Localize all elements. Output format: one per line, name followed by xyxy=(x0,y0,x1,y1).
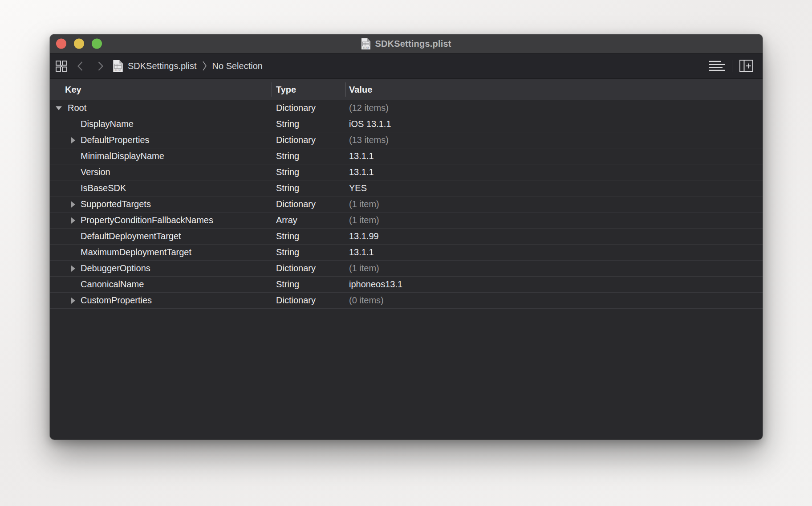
disclosure-triangle-icon[interactable] xyxy=(71,265,75,272)
table-row[interactable]: MinimalDisplayName String 13.1.1 xyxy=(50,148,763,164)
breadcrumb-selection[interactable]: No Selection xyxy=(212,61,263,71)
table-row[interactable]: Version String 13.1.1 xyxy=(50,164,763,180)
disclosure-triangle-icon[interactable] xyxy=(71,217,75,224)
row-type: Dictionary xyxy=(276,261,316,276)
row-key: Root xyxy=(68,100,86,115)
minimize-button[interactable] xyxy=(74,39,84,49)
column-divider[interactable] xyxy=(272,82,272,97)
row-value: iOS 13.1.1 xyxy=(349,116,391,131)
row-type: Dictionary xyxy=(276,100,316,115)
row-value: (13 items) xyxy=(349,132,389,147)
back-chevron-icon[interactable] xyxy=(77,61,83,71)
row-value: 13.1.1 xyxy=(349,164,374,180)
table-row[interactable]: MaximumDeploymentTarget String 13.1.1 xyxy=(50,245,763,261)
row-key: CustomProperties xyxy=(81,293,152,308)
plist-table-body: Root Dictionary (12 items) DisplayName S… xyxy=(50,100,763,309)
row-type: String xyxy=(276,245,299,260)
row-key: CanonicalName xyxy=(81,277,144,292)
zoom-button[interactable] xyxy=(92,39,102,49)
row-value: 13.1.99 xyxy=(349,229,379,244)
row-value: 13.1.1 xyxy=(349,148,374,163)
related-items-icon[interactable] xyxy=(56,61,67,72)
row-type: String xyxy=(276,164,299,180)
row-type: String xyxy=(276,277,299,292)
disclosure-triangle-icon[interactable] xyxy=(71,137,75,143)
row-key: MinimalDisplayName xyxy=(81,148,164,163)
row-value: (1 item) xyxy=(349,261,379,276)
breadcrumb-file[interactable]: SDKSettings.plist xyxy=(128,61,197,71)
row-key: SupportedTargets xyxy=(81,196,151,212)
table-row[interactable]: DefaultProperties Dictionary (13 items) xyxy=(50,132,763,148)
svg-text:PLIST: PLIST xyxy=(115,69,122,72)
table-row[interactable]: DebuggerOptions Dictionary (1 item) xyxy=(50,261,763,277)
row-type: String xyxy=(276,148,299,163)
plist-editor-window: PLIST SDKSettings.plist xyxy=(50,34,763,440)
table-row[interactable]: DisplayName String iOS 13.1.1 xyxy=(50,116,763,132)
row-type: String xyxy=(276,180,299,196)
row-value: YES xyxy=(349,180,367,196)
table-row[interactable]: PropertyConditionFallbackNames Array (1 … xyxy=(50,212,763,229)
row-type: Dictionary xyxy=(276,293,316,308)
row-value: (1 item) xyxy=(349,196,379,212)
forward-chevron-icon[interactable] xyxy=(97,61,104,71)
row-value: (12 items) xyxy=(349,100,389,115)
svg-text:PLIST: PLIST xyxy=(363,46,369,49)
column-header-value[interactable]: Value xyxy=(349,79,372,100)
close-button[interactable] xyxy=(56,39,66,49)
table-row[interactable]: DefaultDeploymentTarget String 13.1.99 xyxy=(50,229,763,245)
row-type: Dictionary xyxy=(276,132,316,147)
plist-document-icon: PLIST xyxy=(361,38,371,50)
titlebar[interactable]: PLIST SDKSettings.plist xyxy=(50,34,763,53)
row-value: 13.1.1 xyxy=(349,245,374,260)
table-row[interactable]: SupportedTargets Dictionary (1 item) xyxy=(50,196,763,212)
row-key: DefaultDeploymentTarget xyxy=(81,229,181,244)
breadcrumb-separator-icon xyxy=(202,61,207,71)
traffic-lights xyxy=(56,39,102,49)
row-key: Version xyxy=(81,164,110,180)
row-key: DebuggerOptions xyxy=(81,261,150,276)
row-key: DisplayName xyxy=(81,116,134,131)
table-row[interactable]: CustomProperties Dictionary (0 items) xyxy=(50,293,763,309)
disclosure-triangle-icon[interactable] xyxy=(71,201,75,208)
row-key: IsBaseSDK xyxy=(81,180,126,196)
window-title: SDKSettings.plist xyxy=(375,39,451,49)
window-title-group: PLIST SDKSettings.plist xyxy=(361,38,451,50)
row-type: String xyxy=(276,229,299,244)
row-key: MaximumDeploymentTarget xyxy=(81,245,191,260)
table-row[interactable]: IsBaseSDK String YES xyxy=(50,180,763,196)
row-key: DefaultProperties xyxy=(81,132,150,147)
row-type: String xyxy=(276,116,299,131)
column-header-type[interactable]: Type xyxy=(276,79,296,100)
disclosure-triangle-icon[interactable] xyxy=(56,106,62,110)
row-type: Dictionary xyxy=(276,196,316,212)
table-row[interactable]: Root Dictionary (12 items) xyxy=(50,100,763,116)
breadcrumb-plist-icon: PLIST xyxy=(113,60,123,73)
row-value: (0 items) xyxy=(349,293,384,308)
editor-options-icon[interactable] xyxy=(709,60,725,72)
row-value: (1 item) xyxy=(349,212,379,228)
column-header-key[interactable]: Key xyxy=(65,79,81,100)
add-editor-icon[interactable] xyxy=(739,60,753,72)
disclosure-triangle-icon[interactable] xyxy=(71,298,75,304)
row-key: PropertyConditionFallbackNames xyxy=(81,212,213,228)
jump-bar: PLIST SDKSettings.plist No Selection xyxy=(50,53,763,79)
table-header: Key Type Value xyxy=(50,79,763,100)
table-row[interactable]: CanonicalName String iphoneos13.1 xyxy=(50,277,763,293)
row-type: Array xyxy=(276,212,297,228)
toolbar-divider xyxy=(732,60,732,72)
row-value: iphoneos13.1 xyxy=(349,277,402,292)
column-divider[interactable] xyxy=(345,82,346,97)
